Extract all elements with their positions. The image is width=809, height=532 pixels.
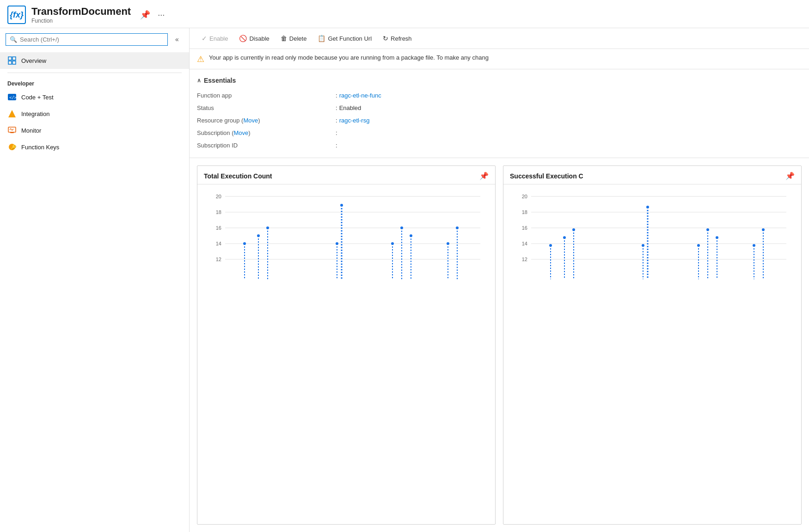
svg-rect-1: [12, 57, 16, 60]
get-function-url-button[interactable]: 📋 Get Function Url: [313, 32, 376, 45]
svg-point-69: [716, 236, 718, 239]
content-area: ✓ Enable 🚫 Disable 🗑 Delete 📋 Get Functi…: [190, 28, 809, 532]
warning-banner: ⚠ Your app is currently in read only mod…: [190, 49, 809, 69]
essentials-label-function-app: Function app: [197, 91, 336, 100]
function-app-link[interactable]: ragc-etl-ne-func: [339, 92, 381, 99]
sidebar-item-code-test[interactable]: </> Code + Test: [0, 89, 189, 105]
refresh-button[interactable]: ↻ Refresh: [378, 32, 417, 45]
pin-icon[interactable]: 📌: [138, 8, 152, 22]
svg-point-43: [456, 226, 459, 229]
svg-point-68: [706, 228, 709, 231]
sidebar: 🔍 «: [0, 28, 190, 532]
header-title-block: TransformDocument Function: [31, 6, 131, 24]
overview-icon: [7, 56, 17, 65]
enable-icon: ✓: [202, 35, 207, 42]
svg-point-42: [447, 242, 449, 245]
app-header: {fx} TransformDocument Function 📌 ···: [0, 0, 809, 28]
svg-text:12: 12: [216, 257, 221, 262]
svg-marker-6: [8, 110, 16, 117]
chart-total-header: Total Execution Count 📌: [197, 166, 495, 184]
svg-text:14: 14: [522, 241, 527, 246]
refresh-icon: ↻: [383, 35, 388, 42]
svg-rect-8: [10, 132, 14, 133]
svg-rect-0: [8, 57, 12, 60]
search-input-wrapper[interactable]: 🔍: [6, 33, 168, 46]
code-test-icon: </>: [7, 92, 17, 102]
sidebar-item-overview[interactable]: Overview: [0, 52, 189, 69]
chart-successful-pin-icon[interactable]: 📌: [785, 171, 795, 180]
chart-successful-header: Successful Execution C 📌: [503, 166, 801, 184]
sidebar-item-function-keys[interactable]: 🔑 Function Keys: [0, 139, 189, 155]
essentials-value-subscription-id: :: [336, 141, 802, 150]
svg-text:18: 18: [522, 209, 527, 215]
integration-icon: [7, 109, 17, 118]
toolbar: ✓ Enable 🚫 Disable 🗑 Delete 📋 Get Functi…: [190, 28, 809, 49]
resource-group-move-link[interactable]: Move: [243, 117, 258, 124]
sidebar-item-overview-label: Overview: [21, 57, 46, 64]
sidebar-item-monitor[interactable]: Monitor: [0, 122, 189, 139]
chart-total-title: Total Execution Count: [204, 172, 272, 180]
essentials-label-status: Status: [197, 103, 336, 113]
svg-point-39: [410, 234, 412, 237]
svg-text:16: 16: [522, 225, 527, 231]
search-icon: 🔍: [10, 36, 17, 43]
svg-point-38: [400, 226, 403, 229]
svg-rect-7: [8, 127, 16, 132]
status-value: Enabled: [339, 104, 362, 111]
chart-total-execution: Total Execution Count 📌 20 18 16 14 12: [197, 165, 496, 525]
essentials-value-status: : Enabled: [336, 103, 802, 113]
sidebar-item-integration[interactable]: Integration: [0, 105, 189, 122]
more-options-icon[interactable]: ···: [156, 8, 166, 22]
sidebar-item-integration-label: Integration: [21, 110, 49, 117]
essentials-grid: Function app : ragc-etl-ne-func Status :…: [197, 91, 802, 150]
svg-text:🔑: 🔑: [11, 144, 17, 150]
subscription-move-link[interactable]: Move: [233, 129, 248, 136]
essentials-chevron-icon: ∧: [197, 77, 201, 84]
chart-successful-svg: 20 18 16 14 12: [510, 189, 795, 291]
svg-point-57: [549, 244, 552, 247]
essentials-label-subscription-id: Subscription ID: [197, 141, 336, 150]
svg-point-73: [762, 228, 765, 231]
svg-text:12: 12: [522, 257, 527, 262]
svg-text:14: 14: [216, 241, 221, 246]
svg-rect-2: [8, 61, 12, 64]
essentials-value-resource-group: : ragc-etl-rsg: [336, 116, 802, 125]
delete-icon: 🗑: [281, 35, 287, 42]
svg-point-33: [340, 204, 343, 207]
svg-point-58: [563, 236, 566, 239]
svg-text:</>: </>: [9, 95, 16, 100]
svg-point-27: [243, 242, 246, 245]
delete-button[interactable]: 🗑 Delete: [276, 32, 312, 45]
chart-total-pin-icon[interactable]: 📌: [479, 171, 489, 180]
svg-point-67: [697, 244, 700, 247]
svg-point-72: [753, 244, 755, 247]
svg-text:20: 20: [216, 194, 221, 199]
disable-button[interactable]: 🚫 Disable: [234, 32, 274, 45]
chart-successful-body: 20 18 16 14 12: [503, 184, 801, 524]
chart-successful-execution: Successful Execution C 📌 20 18 16 14 12: [503, 165, 802, 525]
svg-point-37: [391, 242, 394, 245]
chart-successful-title: Successful Execution C: [510, 172, 583, 180]
section-divider: [7, 73, 182, 73]
chart-total-body: 20 18 16 14 12: [197, 184, 495, 524]
charts-area: Total Execution Count 📌 20 18 16 14 12: [190, 158, 809, 532]
svg-point-63: [646, 206, 649, 208]
essentials-header[interactable]: ∧ Essentials: [197, 77, 802, 84]
svg-line-10: [11, 128, 12, 130]
monitor-icon: [7, 126, 17, 135]
get-url-icon: 📋: [318, 35, 325, 42]
essentials-label-subscription: Subscription (Move): [197, 128, 336, 138]
essentials-label-resource-group: Resource group (Move): [197, 116, 336, 125]
collapse-sidebar-button[interactable]: «: [171, 33, 184, 46]
svg-text:20: 20: [522, 194, 527, 199]
disable-icon: 🚫: [239, 35, 247, 42]
svg-point-62: [642, 244, 644, 247]
app-icon: {fx}: [7, 6, 26, 24]
resource-group-link[interactable]: ragc-etl-rsg: [339, 117, 370, 124]
chart-total-svg: 20 18 16 14 12: [204, 189, 489, 291]
search-input[interactable]: [20, 36, 164, 43]
sidebar-item-code-test-label: Code + Test: [21, 94, 54, 101]
enable-button[interactable]: ✓ Enable: [197, 32, 233, 45]
page-title: TransformDocument: [31, 6, 131, 18]
essentials-value-subscription: :: [336, 128, 802, 138]
